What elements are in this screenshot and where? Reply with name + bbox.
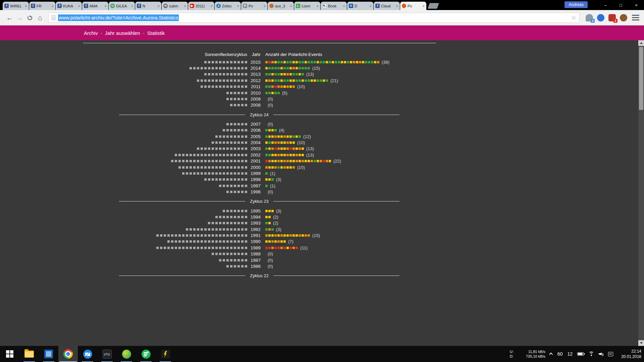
thunderbird[interactable]: [78, 346, 97, 362]
tab[interactable]: fFR×: [29, 2, 55, 10]
tab[interactable]: fKUKA×: [56, 2, 82, 10]
address-bar[interactable]: www.polarlicht-archiv.de/?site=Archive.A…: [48, 13, 580, 23]
event-square: [268, 85, 271, 88]
tab[interactable]: ▶2011(×: [188, 2, 214, 10]
sunspot-square: [208, 154, 210, 156]
red-extension-icon[interactable]: 1: [608, 14, 616, 21]
tab-close-icon[interactable]: ×: [211, 4, 213, 8]
tab-close-icon[interactable]: ×: [370, 4, 372, 8]
scroll-up-icon[interactable]: [638, 40, 644, 46]
refresh-icon[interactable]: [28, 15, 32, 20]
sunspot-square: [208, 79, 210, 82]
blue-office-app[interactable]: [39, 346, 58, 362]
sunspot-square: [175, 154, 177, 156]
tab[interactable]: fAMA×: [82, 2, 108, 10]
tab-close-icon[interactable]: ×: [158, 4, 160, 8]
tab-close-icon[interactable]: ×: [317, 4, 319, 8]
tray-expand-icon[interactable]: [549, 353, 553, 356]
file-explorer[interactable]: [19, 346, 39, 362]
event-squares: [265, 160, 331, 162]
nav-link-jahr-ausw-hlen[interactable]: Jahr auswählen: [105, 30, 140, 36]
sunspot-square: [223, 79, 225, 82]
sunspot-cycle-cell: [0, 222, 247, 224]
new-tab-button[interactable]: [428, 3, 439, 9]
tab-close-icon[interactable]: ×: [25, 4, 27, 8]
sunspot-square: [237, 61, 240, 63]
tab-close-icon[interactable]: ×: [264, 4, 266, 8]
tab[interactable]: Wsubm×: [162, 2, 188, 10]
sunspot-square: [245, 247, 247, 249]
action-center-icon[interactable]: [608, 352, 613, 356]
event-square: [283, 79, 286, 82]
yellow-bolt-app[interactable]: [156, 346, 175, 362]
sunspot-cycle-cell: [0, 147, 247, 150]
profile-chip[interactable]: Andreas: [565, 1, 588, 8]
chrome[interactable]: [58, 346, 78, 362]
tab-close-icon[interactable]: ×: [290, 4, 292, 8]
sunspot-square: [190, 240, 192, 243]
tab[interactable]: fWIREL×: [3, 2, 29, 10]
tab-close-icon[interactable]: ×: [131, 4, 133, 8]
sunspot-squares: [156, 247, 247, 249]
green-app[interactable]: [117, 346, 136, 362]
bookmark-star-icon[interactable]: ☆: [571, 14, 576, 21]
tab-close-icon[interactable]: ×: [52, 4, 54, 8]
tab[interactable]: PPo×: [241, 2, 267, 10]
scrollbar[interactable]: [638, 40, 644, 346]
nav-link-archiv[interactable]: Archiv: [84, 30, 98, 36]
sunspot-squares: [175, 154, 247, 156]
tab[interactable]: LLizen×: [294, 2, 320, 10]
tab[interactable]: B.Book×: [321, 2, 347, 10]
tab[interactable]: GGILEA×: [109, 2, 135, 10]
sunspot-square: [219, 160, 221, 162]
events-cell: (38): [265, 60, 389, 65]
phpstorm[interactable]: php: [97, 346, 117, 362]
tab-close-icon[interactable]: ×: [237, 4, 239, 8]
cookie-extension-icon[interactable]: [620, 14, 627, 21]
blue-extension-icon[interactable]: [597, 14, 604, 21]
sunspot-squares: [197, 147, 247, 150]
scroll-down-icon[interactable]: [638, 340, 644, 346]
menu-icon[interactable]: [632, 15, 639, 20]
home-icon[interactable]: ⌂: [35, 14, 45, 22]
wifi-icon[interactable]: [589, 352, 594, 356]
nav-link-statistik[interactable]: Statistik: [147, 30, 165, 36]
spotify[interactable]: [136, 346, 156, 362]
tab-close-icon[interactable]: ×: [343, 4, 345, 8]
clock[interactable]: 22:14 20.01.2016: [618, 349, 641, 359]
tab[interactable]: ace_3×: [268, 2, 294, 10]
minimize-icon[interactable]: –: [598, 0, 613, 10]
tab-close-icon[interactable]: ×: [78, 4, 80, 8]
event-square: [280, 141, 283, 144]
sunspot-square: [237, 79, 240, 82]
event-count: (0): [268, 251, 273, 256]
tab-close-icon[interactable]: ×: [396, 4, 398, 8]
tab-active[interactable]: Po×: [400, 2, 426, 10]
event-square: [274, 240, 277, 243]
tab-label: Lizen: [302, 4, 316, 8]
tab[interactable]: ZZeitsc×: [215, 2, 241, 10]
sunspot-square: [208, 234, 210, 237]
close-icon[interactable]: ×: [629, 0, 644, 10]
tab-close-icon[interactable]: ×: [105, 4, 107, 8]
tab-close-icon[interactable]: ×: [184, 4, 186, 8]
tab[interactable]: DD×: [347, 2, 373, 10]
download-value: 735,10 kB/s: [526, 354, 545, 359]
ghost-extension-icon[interactable]: 2: [586, 14, 593, 21]
tab-close-icon[interactable]: ×: [423, 4, 425, 8]
url-text-selected[interactable]: www.polarlicht-archiv.de/?site=Archive.A…: [58, 14, 179, 21]
scrollbar-thumb[interactable]: [639, 47, 643, 110]
sunspot-square: [208, 222, 210, 224]
sunspot-square: [226, 172, 229, 175]
maximize-icon[interactable]: □: [613, 0, 629, 10]
sunspot-square: [234, 234, 236, 237]
tab[interactable]: fClaud×: [374, 2, 400, 10]
sunspot-square: [226, 135, 229, 138]
forward-icon[interactable]: →: [15, 14, 25, 22]
back-icon[interactable]: ←: [5, 14, 15, 22]
speaker-icon[interactable]: [599, 352, 603, 356]
tab[interactable]: fN×: [135, 2, 161, 10]
sunspot-square: [237, 129, 240, 131]
start-button[interactable]: [0, 346, 19, 362]
battery-icon[interactable]: [577, 352, 584, 356]
